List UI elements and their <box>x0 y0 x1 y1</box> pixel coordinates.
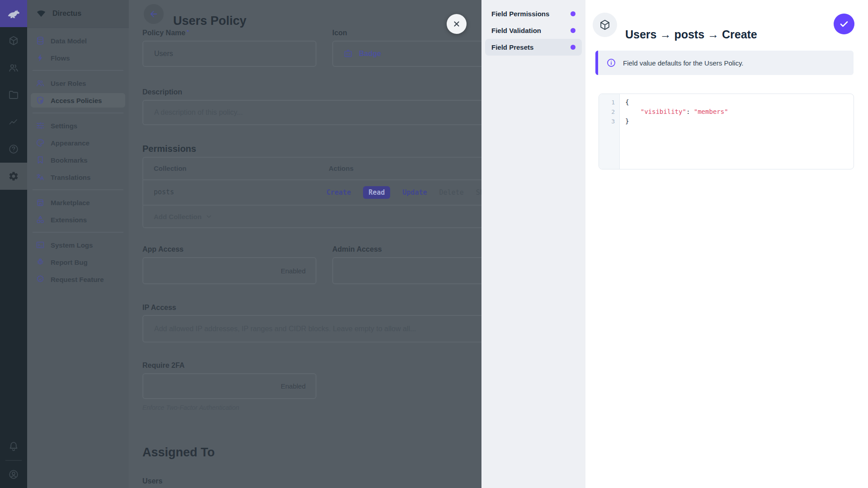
require-2fa-field: Enabled <box>142 373 316 399</box>
sidebar-item-user-roles[interactable]: User Roles <box>31 76 125 90</box>
sidebar-item-data-model[interactable]: Data Model <box>31 33 125 48</box>
info-icon <box>606 58 616 68</box>
code-line: 3 } <box>599 117 854 126</box>
policy-name-field <box>142 41 316 67</box>
sidebar-item-label: Report Bug <box>51 258 88 266</box>
sidebar-item-extensions[interactable]: Extensions <box>31 212 125 227</box>
policy-name-input[interactable] <box>153 49 306 58</box>
module-bar <box>0 0 27 488</box>
status-dot-icon <box>571 45 576 50</box>
sidebar-item-request-feature[interactable]: Request Feature <box>31 272 125 286</box>
icon-label: Icon <box>332 29 347 37</box>
require-2fa-checkbox-label: Enabled <box>281 382 306 390</box>
menu-item-field-validation[interactable]: Field Validation <box>485 22 582 39</box>
sidebar-item-system-logs[interactable]: System Logs <box>31 238 125 252</box>
drawer-side-menu: Field Permissions Field Validation Field… <box>481 0 585 488</box>
back-button[interactable] <box>144 4 164 24</box>
line-number: 1 <box>599 98 620 107</box>
module-file-library[interactable] <box>0 81 27 108</box>
require-2fa-label: Require 2FA <box>142 361 184 370</box>
directus-app: Directus Data Model Flows User Rol <box>0 0 868 488</box>
drawer-header-icon-circle <box>593 13 617 37</box>
module-data-model[interactable] <box>0 27 27 54</box>
users-icon <box>8 62 19 73</box>
verified-icon <box>36 275 45 284</box>
sidebar-item-label: Extensions <box>51 216 87 224</box>
project-name: Directus <box>52 9 81 18</box>
category-icon <box>36 215 45 224</box>
shield-lock-icon <box>36 96 45 105</box>
app-access-label: App Access <box>142 245 184 253</box>
arrow-left-icon <box>149 9 159 19</box>
sidebar-item-label: Request Feature <box>51 276 104 283</box>
app-access-checkbox-label: Enabled <box>281 267 306 275</box>
sidebar-item-label: Flows <box>51 54 70 62</box>
directus-logo[interactable] <box>0 0 27 27</box>
gear-icon <box>8 171 19 182</box>
rabbit-logo-icon <box>6 6 21 21</box>
sidebar-item-report-bug[interactable]: Report Bug <box>31 255 125 269</box>
permission-actions: Create Read Update Delete Share <box>326 180 496 205</box>
sidebar-item-label: Access Policies <box>51 97 102 104</box>
sidebar-item-label: Appearance <box>51 139 90 147</box>
menu-item-field-presets[interactable]: Field Presets <box>485 39 582 56</box>
app-access-checkbox[interactable] <box>153 266 274 275</box>
module-user-directory[interactable] <box>0 54 27 81</box>
check-icon <box>839 19 849 29</box>
database-icon <box>36 36 45 45</box>
sidebar-item-label: Data Model <box>51 37 87 45</box>
action-create-button[interactable]: Create <box>326 188 351 197</box>
sidebar-item-marketplace[interactable]: Marketplace <box>31 195 125 210</box>
info-notice: Field value defaults for the Users Polic… <box>595 51 854 75</box>
require-2fa-note: Enforce Two-Factor Authentication <box>142 404 239 411</box>
sidebar-item-label: User Roles <box>51 80 86 87</box>
line-number: 3 <box>599 117 620 126</box>
account-button[interactable] <box>0 461 27 488</box>
sidebar-divider <box>33 189 123 190</box>
close-drawer-button[interactable] <box>447 14 467 34</box>
menu-item-field-permissions[interactable]: Field Permissions <box>485 5 582 22</box>
sidebar-item-settings[interactable]: Settings <box>31 118 125 133</box>
ip-access-label: IP Access <box>142 304 176 312</box>
bug-icon <box>36 258 45 267</box>
permissions-heading: Permissions <box>142 144 196 154</box>
field-presets-drawer: Users → posts → Create Field value defau… <box>585 0 868 488</box>
bell-icon <box>8 441 19 452</box>
folder-icon <box>8 89 19 100</box>
tune-icon <box>36 121 45 130</box>
module-insights[interactable] <box>0 108 27 136</box>
code-line: 1 { <box>599 98 854 107</box>
sidebar-item-translations[interactable]: Translations <box>31 170 125 184</box>
required-mark: * <box>187 29 189 35</box>
notifications-button[interactable] <box>0 433 27 460</box>
account-circle-icon <box>8 469 19 480</box>
action-read-button[interactable]: Read <box>363 186 390 199</box>
sidebar-item-label: Bookmarks <box>51 156 88 164</box>
save-button[interactable] <box>834 14 854 34</box>
sidebar-item-access-policies[interactable]: Access Policies <box>31 93 125 108</box>
insights-icon <box>8 117 19 127</box>
actions-column-header: Actions <box>329 164 354 172</box>
action-delete-button[interactable]: Delete <box>439 188 464 197</box>
app-access-field: Enabled <box>142 257 316 284</box>
help-icon <box>8 144 19 155</box>
sidebar-item-appearance[interactable]: Appearance <box>31 136 125 150</box>
action-update-button[interactable]: Update <box>402 188 427 197</box>
collection-name: posts <box>154 188 174 196</box>
notice-text: Field value defaults for the Users Polic… <box>623 59 744 67</box>
badge-icon <box>343 49 353 59</box>
sidebar-item-bookmarks[interactable]: Bookmarks <box>31 153 125 167</box>
require-2fa-checkbox[interactable] <box>153 382 274 391</box>
palette-icon <box>36 138 45 147</box>
module-settings[interactable] <box>0 163 27 190</box>
sidebar-item-label: Marketplace <box>51 199 90 206</box>
module-documentation[interactable] <box>0 136 27 163</box>
sidebar-divider <box>33 113 123 113</box>
project-bar[interactable]: Directus <box>27 0 129 28</box>
box-icon <box>8 35 19 46</box>
field-presets-code-editor[interactable]: 1 { 2 "visibility": "members" 3 } <box>599 94 854 169</box>
sidebar-item-label: Settings <box>51 122 77 130</box>
terminal-icon <box>36 240 45 249</box>
sidebar-item-flows[interactable]: Flows <box>31 51 125 65</box>
translate-icon <box>36 173 45 182</box>
